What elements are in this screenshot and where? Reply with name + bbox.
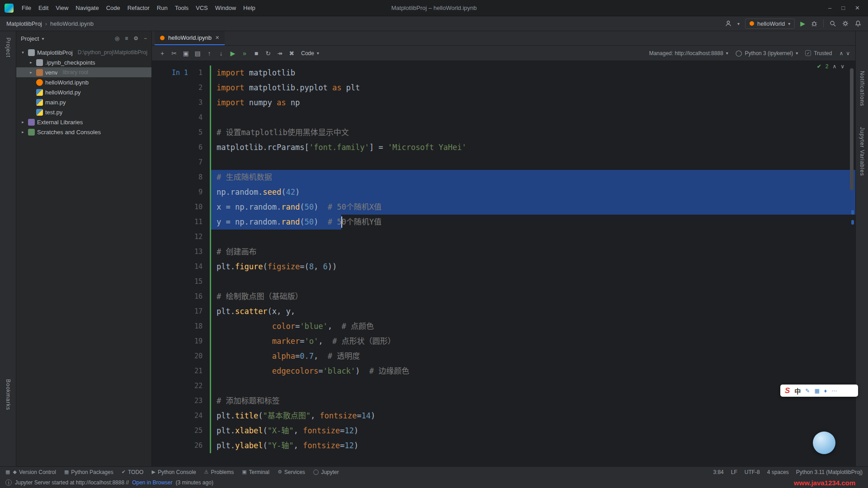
delete-cell-icon[interactable]: ✖ — [287, 48, 297, 58]
tab-close-icon[interactable]: ✕ — [215, 35, 219, 41]
status-item-python-packages[interactable]: ▦Python Packages — [64, 469, 113, 475]
project-view-caret-icon[interactable]: ▾ — [42, 36, 44, 41]
breadcrumb-file[interactable]: helloWorld.ipynb — [50, 20, 94, 27]
line-number[interactable]: 8 — [188, 170, 210, 185]
ime-mic-icon[interactable]: ♦ — [824, 388, 827, 394]
menu-item-edit[interactable]: Edit — [35, 3, 52, 13]
line-number[interactable]: 5 — [188, 125, 210, 140]
line-number[interactable]: 26 — [188, 438, 210, 453]
chevron-icon[interactable]: ▸ — [20, 130, 26, 134]
line-number[interactable]: 18 — [188, 319, 210, 334]
tree-item-helloWorld.ipynb[interactable]: helloWorld.ipynb — [16, 77, 151, 87]
chevron-icon[interactable]: ▸ — [28, 70, 34, 75]
quick-access-icon[interactable]: ▦ — [5, 469, 10, 475]
tab-helloworld-ipynb[interactable]: helloWorld.ipynb ✕ — [155, 31, 225, 45]
open-in-browser-link[interactable]: Open in Browser — [132, 479, 172, 486]
code-line[interactable]: 4 — [152, 110, 855, 125]
stop-kernel-icon[interactable]: ■ — [251, 48, 261, 58]
chevron-icon[interactable]: ▾ — [20, 50, 26, 55]
code-line[interactable]: 11y = np.random.rand(50) # 50个随机Y值 — [152, 215, 855, 230]
tree-item-.ipynb_checkpoints[interactable]: ▸.ipynb_checkpoints — [16, 57, 151, 67]
code-line[interactable]: 10x = np.random.rand(50) # 50个随机X值 — [152, 200, 855, 215]
line-number[interactable]: 12 — [188, 230, 210, 244]
menu-item-run[interactable]: Run — [153, 3, 171, 13]
status-widget[interactable]: 3:84 — [713, 469, 723, 475]
kernel-select[interactable]: ◯ Python 3 (ipykernel) ▾ — [736, 50, 798, 56]
code-line[interactable]: 20 alpha=0.7, # 透明度 — [152, 349, 855, 364]
code-line[interactable]: 13# 创建画布 — [152, 244, 855, 259]
chevron-icon[interactable]: ▸ — [20, 120, 26, 124]
line-number[interactable]: 15 — [188, 274, 210, 289]
line-number[interactable]: 16 — [188, 289, 210, 304]
cut-cell-icon[interactable]: ✂ — [169, 48, 179, 58]
close-button[interactable]: ✕ — [855, 5, 860, 11]
status-widget[interactable]: UTF-8 — [745, 469, 760, 475]
ime-more-icon[interactable]: ⋯ — [831, 388, 837, 394]
code-line[interactable]: 25plt.xlabel("X-轴", fontsize=12) — [152, 423, 855, 438]
user-profile-icon[interactable] — [725, 20, 732, 27]
ime-pen-icon[interactable]: ✎ — [805, 388, 810, 394]
line-number[interactable]: 10 — [188, 200, 210, 215]
code-line[interactable]: 22 — [152, 379, 855, 394]
run-all-below-icon[interactable]: ↠ — [275, 48, 285, 58]
code-line[interactable]: 17plt.scatter(x, y, — [152, 304, 855, 319]
run-button[interactable]: ▶ — [800, 20, 805, 27]
menu-item-refactor[interactable]: Refactor — [124, 3, 153, 13]
line-number[interactable]: 2 — [188, 80, 210, 95]
prev-problem-icon[interactable]: ∧ — [832, 63, 836, 70]
prev-cell-icon[interactable]: ∧ — [839, 50, 843, 56]
restart-kernel-icon[interactable]: ↻ — [263, 48, 273, 58]
status-widget[interactable]: Python 3.11 (MatplotlibProj) — [796, 469, 863, 475]
line-number[interactable]: 13 — [188, 244, 210, 259]
status-widget[interactable]: 4 spaces — [767, 469, 789, 475]
line-number[interactable]: 19 — [188, 334, 210, 349]
code-line[interactable]: In 11import matplotlib — [152, 66, 855, 80]
code-line[interactable]: 12 — [152, 230, 855, 244]
tree-item-test.py[interactable]: test.py — [16, 107, 151, 117]
search-icon[interactable] — [829, 20, 836, 27]
menu-item-tools[interactable]: Tools — [171, 3, 192, 13]
line-number[interactable]: 22 — [188, 379, 210, 394]
line-number[interactable]: 7 — [188, 155, 210, 170]
code-line[interactable]: 8# 生成随机数据 — [152, 170, 855, 185]
menu-item-navigate[interactable]: Navigate — [72, 3, 102, 13]
tree-item-helloWorld.py[interactable]: helloWorld.py — [16, 87, 151, 97]
hide-panel-icon[interactable]: − — [144, 35, 147, 42]
code-line[interactable]: 5# 设置matplotlib使用黑体显示中文 — [152, 125, 855, 140]
code-line[interactable]: 15 — [152, 274, 855, 289]
move-cell-down-icon[interactable]: ↓ — [216, 48, 226, 58]
code-line[interactable]: 16# 绘制散点图（基础版） — [152, 289, 855, 304]
tool-window-button-project[interactable]: Project — [5, 38, 11, 57]
code-line[interactable]: 6matplotlib.rcParams['font.family'] = 'M… — [152, 140, 855, 155]
tool-window-button-jupyter-variables[interactable]: Jupyter Variables — [859, 127, 865, 176]
editor[interactable]: ✔ 2 ∧ ∨ In 11import matplotlib2import ma… — [152, 61, 855, 466]
status-item-todo[interactable]: ✔TODO — [122, 469, 144, 475]
project-panel-title[interactable]: Project — [21, 35, 39, 42]
add-cell-icon[interactable]: + — [157, 48, 167, 58]
status-item-terminal[interactable]: ▣Terminal — [242, 469, 269, 475]
line-number[interactable]: 11 — [188, 215, 210, 230]
run-cell-icon[interactable]: ▶ — [228, 48, 238, 58]
code-line[interactable]: 23# 添加标题和标签 — [152, 394, 855, 408]
line-number[interactable]: 17 — [188, 304, 210, 319]
menu-item-file[interactable]: File — [18, 3, 35, 13]
menu-item-view[interactable]: View — [52, 3, 72, 13]
copy-cell-icon[interactable]: ▣ — [181, 48, 191, 58]
scrollbar-thumb[interactable] — [850, 68, 854, 190]
code-line[interactable]: 24plt.title("基本散点图", fontsize=14) — [152, 408, 855, 423]
trusted-checkbox[interactable]: ✓ Trusted — [805, 50, 832, 56]
tool-window-button-notifications[interactable]: Notifications — [859, 71, 865, 106]
line-number[interactable]: 20 — [188, 349, 210, 364]
locate-file-icon[interactable]: ◎ — [115, 35, 119, 42]
menu-item-code[interactable]: Code — [103, 3, 124, 13]
code-line[interactable]: 3import numpy as np — [152, 95, 855, 110]
status-item-jupyter[interactable]: ◯Jupyter — [313, 469, 339, 475]
move-cell-up-icon[interactable]: ↑ — [204, 48, 214, 58]
jupyter-server-select[interactable]: Managed: http://localhost:8888 ▾ — [649, 50, 728, 56]
status-widget[interactable]: LF — [731, 469, 737, 475]
code-line[interactable]: 14plt.figure(figsize=(8, 6)) — [152, 259, 855, 274]
debug-button[interactable] — [811, 20, 818, 27]
code-line[interactable]: 9np.random.seed(42) — [152, 185, 855, 200]
tree-item-External Libraries[interactable]: ▸External Libraries — [16, 117, 151, 127]
tree-item-Scratches and Consoles[interactable]: ▸Scratches and Consoles — [16, 127, 151, 137]
